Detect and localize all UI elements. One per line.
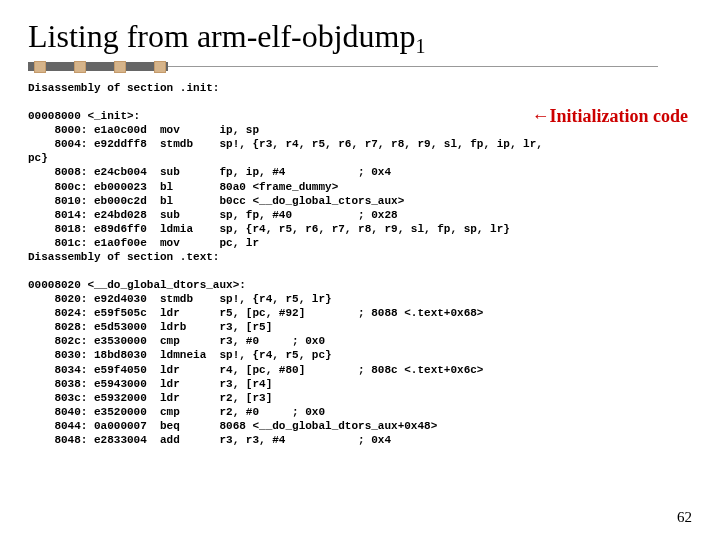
- slide: Listing from arm-elf-objdump1 ←Initializ…: [0, 0, 720, 540]
- arrow-left-icon: ←: [532, 106, 550, 126]
- slide-title: Listing from arm-elf-objdump1: [28, 18, 692, 55]
- rule-square-icon: [34, 61, 46, 73]
- code-listing: Disassembly of section .init: 00008000 <…: [28, 81, 692, 447]
- annotation-text: Initialization code: [550, 106, 689, 126]
- rule-square-icon: [74, 61, 86, 73]
- title-rule: [28, 59, 692, 73]
- title-subscript: 1: [415, 35, 425, 57]
- title-main: Listing from arm-elf-objdump: [28, 18, 415, 54]
- rule-bar: [28, 62, 168, 71]
- rule-square-icon: [114, 61, 126, 73]
- page-number: 62: [677, 509, 692, 526]
- rule-square-icon: [154, 61, 166, 73]
- annotation-label: ←Initialization code: [532, 106, 689, 127]
